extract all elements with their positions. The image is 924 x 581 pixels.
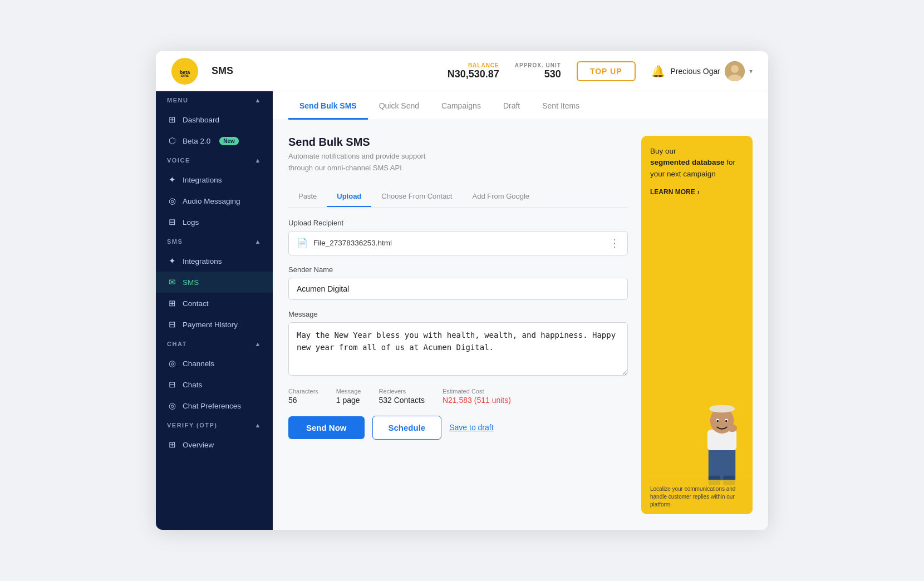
sidebar-item-label: Integrations <box>183 257 222 265</box>
sidebar-item-label: Channels <box>183 360 214 368</box>
file-name: File_27378336253.html <box>313 239 604 247</box>
inner-tabs: Paste Upload Choose From Contact Add Fro… <box>288 186 628 208</box>
ad-text-bold: segmented database <box>650 158 725 166</box>
logo: beta sms <box>171 58 198 85</box>
receivers-value: 532 Contacts <box>379 396 425 405</box>
app-window: beta sms SMS BALANCE N30,530.87 APPROX. … <box>156 51 768 530</box>
characters-label: Characters <box>288 388 318 395</box>
tab-campaigns[interactable]: Campaigns <box>430 91 492 120</box>
sidebar: MENU ▲ ⊞ Dashboard ⬡ Beta 2.0 New VOICE … <box>156 91 273 530</box>
content-body: Send Bulk SMS Automate notifications and… <box>273 120 768 530</box>
file-menu-icon[interactable]: ⋮ <box>610 237 620 249</box>
message-label: Message <box>288 310 628 318</box>
sidebar-item-dashboard[interactable]: ⊞ Dashboard <box>156 109 273 130</box>
verify-section-header[interactable]: VERIFY (OTP) ▲ <box>156 416 273 434</box>
inner-tab-paste[interactable]: Paste <box>288 186 327 207</box>
sidebar-item-label: SMS <box>183 278 199 287</box>
svg-rect-10 <box>711 406 733 411</box>
form-panel: Send Bulk SMS Automate notifications and… <box>288 136 628 514</box>
cost-value: N21,583 (511 units) <box>443 396 511 405</box>
file-icon: 📄 <box>297 238 308 248</box>
sms-section-header[interactable]: SMS ▲ <box>156 233 273 250</box>
svg-text:sms: sms <box>181 73 189 77</box>
svg-point-15 <box>725 420 728 422</box>
message-stat-label: Message <box>336 388 361 395</box>
stat-message: Message 1 page <box>336 388 361 405</box>
chevron-up-icon: ▲ <box>255 341 262 347</box>
avatar <box>725 61 745 81</box>
sidebar-item-sms[interactable]: ✉ SMS <box>156 272 273 293</box>
sidebar-item-label: Logs <box>183 218 199 227</box>
send-now-button[interactable]: Send Now <box>288 416 365 439</box>
sidebar-item-integrations-v[interactable]: ✦ Integrations <box>156 169 273 190</box>
ad-person-illustration <box>686 397 753 486</box>
ad-content: Buy our segmented database for your next… <box>641 136 753 203</box>
form-desc-line2: through our omni-channel SMS API <box>288 164 402 172</box>
stat-cost: Estimated Cost N21,583 (511 units) <box>443 388 511 405</box>
chats-icon: ⊟ <box>167 380 177 390</box>
user-menu[interactable]: Precious Ogar ▾ <box>671 61 753 81</box>
sidebar-item-label: Audio Messaging <box>183 197 240 205</box>
sidebar-item-label: Payment History <box>183 321 238 329</box>
tab-draft[interactable]: Draft <box>492 91 531 120</box>
schedule-button[interactable]: Schedule <box>372 416 442 440</box>
action-row: Send Now Schedule Save to draft <box>288 416 628 440</box>
overview-icon: ⊞ <box>167 440 177 450</box>
ad-title: Buy our segmented database for your next… <box>650 146 744 180</box>
stat-characters: Characters 56 <box>288 388 318 405</box>
upload-recipient-label: Upload Recipient <box>288 219 628 227</box>
chevron-down-icon: ▾ <box>749 67 753 75</box>
dashboard-icon: ⊞ <box>167 115 177 125</box>
sender-name-input[interactable] <box>288 278 628 300</box>
unit-label: APPROX. UNIT <box>515 62 561 68</box>
contact-icon: ⊞ <box>167 298 177 308</box>
sidebar-item-label: Contact <box>183 299 209 308</box>
file-input-row[interactable]: 📄 File_27378336253.html ⋮ <box>288 231 628 255</box>
page-title: SMS <box>212 65 233 77</box>
sidebar-item-beta20[interactable]: ⬡ Beta 2.0 New <box>156 130 273 151</box>
form-desc-line1: Automate notifications and provide suppo… <box>288 152 425 160</box>
audio-icon: ◎ <box>167 196 177 206</box>
learn-more-link[interactable]: LEARN MORE › <box>650 188 700 196</box>
chat-section-header[interactable]: CHAT ▲ <box>156 335 273 353</box>
sidebar-item-label: Dashboard <box>183 116 219 124</box>
balance-section: BALANCE N30,530.87 <box>448 62 499 80</box>
ad-footer-text: Localize your communications and handle … <box>650 486 735 508</box>
save-draft-button[interactable]: Save to draft <box>449 423 493 432</box>
logs-icon: ⊟ <box>167 217 177 227</box>
sidebar-item-integrations-s[interactable]: ✦ Integrations <box>156 250 273 272</box>
unit-value: 530 <box>544 68 561 80</box>
ad-text-before: Buy our <box>650 147 676 155</box>
sidebar-item-logs[interactable]: ⊟ Logs <box>156 211 273 233</box>
tab-send-bulk-sms[interactable]: Send Bulk SMS <box>288 91 368 120</box>
sidebar-item-chats[interactable]: ⊟ Chats <box>156 374 273 395</box>
topup-button[interactable]: TOP UP <box>577 61 636 81</box>
sidebar-item-audio-messaging[interactable]: ◎ Audio Messaging <box>156 190 273 211</box>
sidebar-item-payment-history[interactable]: ⊟ Payment History <box>156 314 273 335</box>
chat-prefs-icon: ◎ <box>167 401 177 411</box>
sidebar-item-contact[interactable]: ⊞ Contact <box>156 293 273 314</box>
user-name: Precious Ogar <box>671 67 720 76</box>
form-title: Send Bulk SMS <box>288 136 628 149</box>
message-input[interactable]: May the New Year bless you with health, … <box>288 322 628 376</box>
tab-sent-items[interactable]: Sent Items <box>531 91 591 120</box>
characters-value: 56 <box>288 396 318 405</box>
sidebar-item-label: Chats <box>183 381 202 389</box>
inner-tab-add-google[interactable]: Add From Google <box>462 186 539 207</box>
cost-label: Estimated Cost <box>443 388 511 395</box>
message-stat-value: 1 page <box>336 396 361 405</box>
inner-tab-choose-contact[interactable]: Choose From Contact <box>371 186 462 207</box>
sidebar-item-overview[interactable]: ⊞ Overview <box>156 434 273 455</box>
inner-tab-upload[interactable]: Upload <box>327 186 371 207</box>
stat-receivers: Recievers 532 Contacts <box>379 388 425 405</box>
sidebar-item-channels[interactable]: ◎ Channels <box>156 353 273 374</box>
ad-panel: Buy our segmented database for your next… <box>641 136 753 514</box>
sidebar-item-chat-preferences[interactable]: ◎ Chat Preferences <box>156 395 273 416</box>
ad-footer: Localize your communications and handle … <box>641 480 753 514</box>
new-badge: New <box>219 137 239 145</box>
voice-section-header[interactable]: VOICE ▲ <box>156 151 273 169</box>
sidebar-item-label: Chat Preferences <box>183 402 241 410</box>
chevron-up-icon: ▲ <box>255 157 262 164</box>
bell-icon[interactable]: 🔔 <box>651 65 665 78</box>
tab-quick-send[interactable]: Quick Send <box>368 91 430 120</box>
